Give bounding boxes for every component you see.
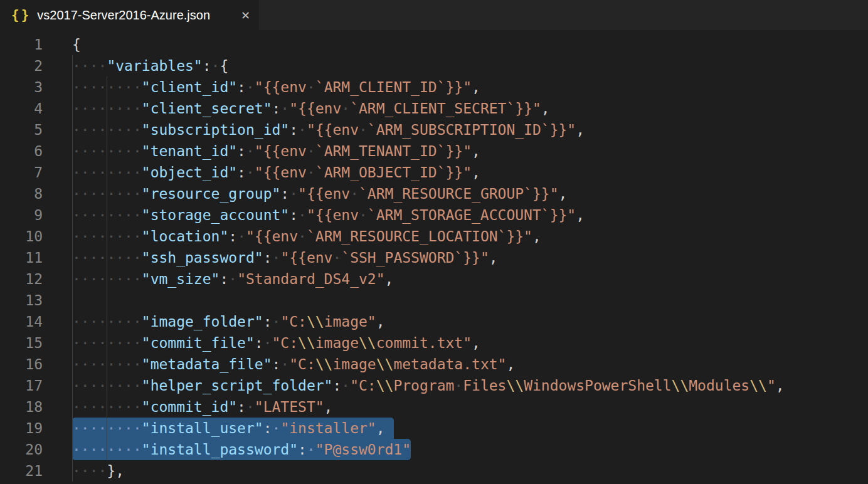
whitespace-dots: ········ (72, 122, 142, 138)
code-line-17[interactable]: 17········"helper_script_folder":·"C:\\P… (0, 375, 868, 396)
token-p: , (532, 228, 541, 245)
code-line-1[interactable]: 1{ (0, 34, 868, 55)
line-number-17[interactable]: 17 (0, 375, 43, 396)
code-line-21[interactable]: 21····}, (0, 460, 868, 481)
code-line-2[interactable]: 2····"variables":·{ (0, 55, 868, 76)
token-k: "ssh_password" (142, 250, 263, 266)
code-content: ········"location":·"{{env·`ARM_RESOURCE… (72, 226, 541, 247)
line-number-20[interactable]: 20 (0, 439, 43, 460)
line-number-15[interactable]: 15 (0, 332, 43, 354)
whitespace-dots: ········ (72, 228, 142, 245)
code-line-16[interactable]: 16········"metadata_file":·"C:\\image\\m… (0, 354, 868, 375)
token-e: \\ (307, 313, 324, 330)
token-s: image (332, 356, 376, 372)
line-number-1[interactable]: 1 (0, 34, 43, 55)
whitespace-dots: · (298, 228, 307, 245)
token-p: , (506, 356, 515, 372)
line-number-7[interactable]: 7 (0, 162, 43, 183)
editor[interactable]: 1{2····"variables":·{3········"client_id… (0, 30, 868, 481)
line-number-14[interactable]: 14 (0, 311, 43, 332)
token-p: : (263, 250, 272, 266)
code-content: ········"helper_script_folder":·"C:\\Pro… (72, 375, 785, 396)
token-k: "tenant_id" (142, 143, 237, 159)
whitespace-dots: · (298, 207, 307, 223)
token-k: "image_folder" (142, 313, 263, 330)
code-line-18[interactable]: 18········"commit_id":·"LATEST", (0, 396, 868, 418)
token-s: `ARM_OBJECT_ID`}}" (315, 164, 472, 181)
token-e: \\ (376, 377, 394, 394)
whitespace-dots: · (341, 377, 350, 394)
code-content: ········"install_password":·"P@ssw0rd1" (72, 439, 411, 460)
selection-highlight: ········"install_password":·"P@ssw0rd1" (72, 439, 411, 460)
line-number-9[interactable]: 9 (0, 204, 43, 226)
code-line-8[interactable]: 8········"resource_group":·"{{env·`ARM_R… (0, 183, 868, 204)
line-number-6[interactable]: 6 (0, 140, 43, 162)
token-p: , (576, 122, 585, 138)
token-p: , (472, 79, 480, 95)
line-number-18[interactable]: 18 (0, 396, 43, 418)
whitespace-dots: · (228, 271, 237, 287)
token-k: "install_user" (142, 420, 263, 436)
line-number-3[interactable]: 3 (0, 76, 43, 98)
token-p: , (376, 313, 385, 330)
token-s: "P@ssw0rd1" (315, 441, 411, 458)
line-number-2[interactable]: 2 (0, 55, 43, 76)
line-number-21[interactable]: 21 (0, 460, 43, 481)
line-number-8[interactable]: 8 (0, 183, 43, 204)
token-e: \\ (298, 335, 315, 351)
code-line-6[interactable]: 6········"tenant_id":·"{{env·`ARM_TENANT… (0, 140, 868, 162)
line-number-4[interactable]: 4 (0, 98, 43, 119)
whitespace-dots: · (454, 377, 463, 394)
code-content: ········"vm_size":·"Standard_DS4_v2", (72, 268, 393, 290)
code-line-3[interactable]: 3········"client_id":·"{{env·`ARM_CLIENT… (0, 76, 868, 98)
line-number-13[interactable]: 13 (0, 290, 43, 311)
token-p: : (280, 186, 289, 202)
whitespace-dots: ········ (72, 441, 142, 458)
code-content: ········"image_folder":·"C:\\image", (72, 311, 385, 332)
code-content: ········"object_id":·"{{env·`ARM_OBJECT_… (72, 162, 480, 183)
code-content: ········"metadata_file":·"C:\\image\\met… (72, 354, 515, 375)
line-number-10[interactable]: 10 (0, 226, 43, 247)
code-line-5[interactable]: 5········"subscription_id":·"{{env·`ARM_… (0, 119, 868, 140)
close-icon[interactable]: ✕ (241, 9, 250, 22)
line-number-11[interactable]: 11 (0, 247, 43, 268)
code-line-12[interactable]: 12········"vm_size":·"Standard_DS4_v2", (0, 268, 868, 290)
code-line-14[interactable]: 14········"image_folder":·"C:\\image", (0, 311, 868, 332)
token-s: " (767, 377, 776, 394)
token-p: , (472, 143, 480, 159)
whitespace-dots: · (307, 143, 315, 159)
token-k: "resource_group" (142, 186, 281, 202)
code-line-15[interactable]: 15········"commit_file":·"C:\\image\\com… (0, 332, 868, 354)
whitespace-dots: ········ (72, 143, 142, 159)
line-number-12[interactable]: 12 (0, 268, 43, 290)
code-line-7[interactable]: 7········"object_id":·"{{env·`ARM_OBJECT… (0, 162, 868, 183)
code-line-11[interactable]: 11········"ssh_password":·"{{env·`SSH_PA… (0, 247, 868, 268)
code-content: ········"tenant_id":·"{{env·`ARM_TENANT_… (72, 140, 480, 162)
whitespace-dots: · (246, 143, 255, 159)
token-s: "installer" (280, 420, 376, 436)
line-number-16[interactable]: 16 (0, 354, 43, 375)
token-k: "client_id" (142, 79, 237, 95)
code-line-9[interactable]: 9········"storage_account":·"{{env·`ARM_… (0, 204, 868, 226)
line-number-5[interactable]: 5 (0, 119, 43, 140)
code-line-13[interactable]: 13 (0, 290, 868, 311)
code-line-20[interactable]: 20········"install_password":·"P@ssw0rd1… (0, 439, 868, 460)
token-k: "subscription_id" (142, 122, 289, 138)
line-number-19[interactable]: 19 (0, 418, 43, 439)
tab-vs2017-server2016-azure-json[interactable]: {} vs2017-Server2016-Azure.json ✕ (0, 0, 259, 30)
whitespace-dots: · (246, 164, 255, 181)
code-line-19[interactable]: 19········"install_user":·"installer", (0, 418, 868, 439)
token-p: : (263, 313, 272, 330)
token-k: "install_password" (142, 441, 298, 458)
whitespace-dots: ········ (72, 335, 142, 351)
token-s: "{{env (280, 250, 332, 266)
code-content: ····}, (72, 460, 124, 481)
token-e: \\ (506, 377, 524, 394)
whitespace-dots: ········ (72, 207, 142, 223)
token-k: "commit_file" (142, 335, 255, 351)
token-k: "metadata_file" (142, 356, 272, 372)
whitespace-dots: ···· (72, 463, 107, 479)
code-line-4[interactable]: 4········"client_secret":·"{{env·`ARM_CL… (0, 98, 868, 119)
code-line-10[interactable]: 10········"location":·"{{env·`ARM_RESOUR… (0, 226, 868, 247)
token-s: "{{env (255, 79, 307, 95)
